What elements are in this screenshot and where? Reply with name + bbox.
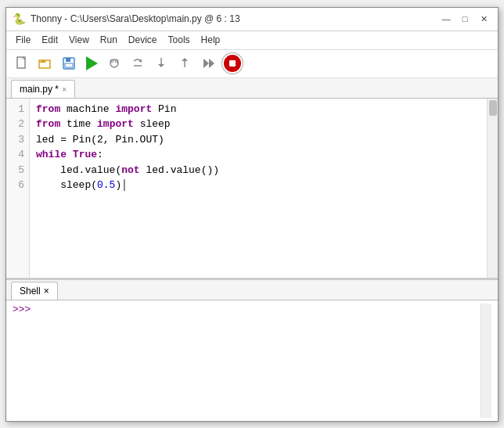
title-bar-controls: — □ ✕ [438, 11, 491, 27]
editor-tabs: main.py * × [6, 78, 498, 99]
shell-section: Shell × >>> [6, 280, 498, 421]
line-num-5: 5 [6, 163, 24, 178]
code-line-4: while True: [36, 147, 481, 163]
line-num-3: 3 [6, 132, 24, 148]
code-line-5: led.value(not led.value()) [36, 163, 481, 178]
svg-point-6 [110, 59, 118, 67]
code-editor[interactable]: from machine import Pin from time import… [30, 99, 487, 278]
shell-content[interactable]: >>> [6, 300, 498, 421]
menu-view[interactable]: View [64, 33, 94, 47]
step-into-button[interactable] [150, 52, 172, 74]
code-line-6: sleep(0.5)│ [36, 178, 481, 193]
line-num-2: 2 [6, 117, 24, 132]
save-button[interactable] [58, 52, 80, 74]
main-window: 🐍 Thonny - C:\Users\Sara\Desktop\main.py… [5, 7, 499, 422]
line-numbers: 1 2 3 4 5 6 [6, 99, 30, 278]
shell-tab-close[interactable]: × [44, 286, 49, 297]
open-button[interactable] [34, 52, 56, 74]
close-button[interactable]: ✕ [476, 11, 491, 27]
menu-bar: File Edit View Run Device Tools Help [6, 31, 498, 50]
stop-button[interactable] [222, 53, 243, 74]
code-line-2: from time import sleep [36, 117, 481, 132]
new-button[interactable] [11, 52, 33, 74]
menu-edit[interactable]: Edit [37, 33, 63, 47]
svg-marker-16 [209, 59, 214, 68]
shell-prompt: >>> [13, 304, 31, 315]
svg-rect-4 [66, 58, 70, 62]
line-num-6: 6 [6, 178, 24, 193]
window-title: Thonny - C:\Users\Sara\Desktop\main.py @… [31, 13, 240, 24]
editor-tab-main[interactable]: main.py * × [11, 80, 75, 98]
menu-file[interactable]: File [11, 33, 35, 47]
editor-tab-label: main.py * [20, 84, 59, 95]
shell-tab[interactable]: Shell × [11, 282, 58, 300]
line-num-1: 1 [6, 102, 24, 117]
menu-run[interactable]: Run [95, 33, 122, 47]
maximize-button[interactable]: □ [457, 11, 473, 27]
code-line-1: from machine import Pin [36, 102, 481, 117]
menu-tools[interactable]: Tools [164, 33, 195, 47]
shell-tab-label: Shell [20, 286, 41, 297]
resume-button[interactable] [197, 52, 219, 74]
line-num-4: 4 [6, 147, 24, 163]
title-bar: 🐍 Thonny - C:\Users\Sara\Desktop\main.py… [6, 8, 498, 31]
step-over-button[interactable] [127, 52, 149, 74]
code-line-3: led = Pin(2, Pin.OUT) [36, 132, 481, 148]
svg-marker-14 [182, 58, 188, 61]
editor-scrollbar[interactable] [487, 99, 498, 278]
title-bar-left: 🐍 Thonny - C:\Users\Sara\Desktop\main.py… [13, 13, 240, 25]
toolbar [6, 50, 498, 78]
editor-tab-close[interactable]: × [62, 85, 67, 94]
menu-device[interactable]: Device [124, 33, 162, 47]
shell-inner: >>> [13, 304, 481, 418]
svg-marker-15 [203, 59, 209, 68]
shell-scrollbar[interactable] [481, 304, 491, 418]
app-icon: 🐍 [13, 13, 26, 25]
menu-help[interactable]: Help [196, 33, 225, 47]
editor-scrollbar-thumb[interactable] [489, 100, 497, 116]
minimize-button[interactable]: — [438, 11, 454, 27]
shell-tabs: Shell × [6, 280, 498, 300]
debug-button[interactable] [103, 52, 125, 74]
svg-rect-5 [65, 63, 73, 67]
svg-marker-12 [158, 64, 164, 67]
editor-area: 1 2 3 4 5 6 from machine import Pin from… [6, 99, 498, 280]
step-out-button[interactable] [174, 52, 196, 74]
run-button[interactable] [81, 53, 102, 74]
